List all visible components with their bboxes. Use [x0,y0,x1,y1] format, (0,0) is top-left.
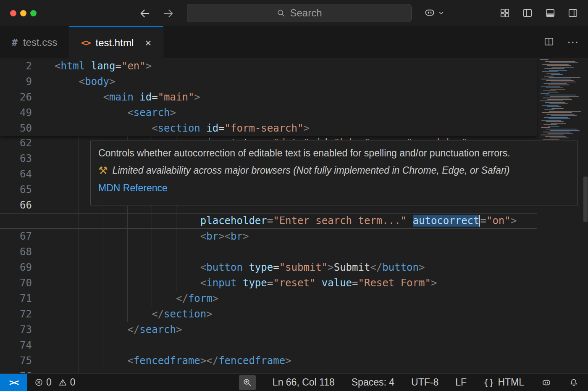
warning-icon [58,378,67,387]
zoom-button[interactable] [239,375,256,390]
code-line[interactable]: 70 <input type="reset" value="Reset Form… [0,275,537,291]
tab-test-html[interactable]: <> test.html × [69,26,163,58]
line-number: 69 [0,260,42,275]
back-arrow-icon [139,8,151,19]
line-number: 49 [0,105,42,121]
minimize-window-button[interactable] [20,10,26,16]
hover-tooltip: Controls whether autocorrection of edita… [90,140,578,206]
eol-button[interactable]: LF [455,377,467,388]
copilot-menu-button[interactable] [423,6,445,19]
encoding-button[interactable]: UTF-8 [411,377,438,388]
code-line[interactable]: 9 <body> [0,74,537,90]
go-back-button[interactable] [139,7,151,20]
close-tab-button[interactable]: × [145,37,151,48]
tab-bar: # test.css <> test.html × ⋯ [0,26,588,58]
line-number: 63 [0,151,42,166]
code-line[interactable]: 71 </form> [0,291,537,306]
status-bar: >< 0 0 Ln 66, Col 118 Spaces: 4 UTF-8 LF… [0,373,588,391]
line-number: 50 [0,121,42,136]
code-line[interactable]: 49 <search> [0,105,537,121]
zoom-icon [242,378,252,387]
code-line[interactable]: placeholder="Enter search term..." autoc… [0,213,537,229]
split-editor-button[interactable] [543,36,554,49]
code-text [42,338,537,353]
warning-count: 0 [70,377,76,388]
copilot-status-icon [541,377,552,388]
copilot-status-button[interactable] [541,377,552,388]
tab-label: test.css [23,37,57,48]
mdn-reference-link[interactable]: MDN Reference [98,182,168,193]
tab-test-css[interactable]: # test.css [0,26,69,58]
maximize-window-button[interactable] [30,10,37,16]
code-text [42,244,537,260]
code-text: <section id="form-search"> [42,121,537,136]
error-count: 0 [46,377,52,388]
editor[interactable]: 62 <input type="date" id="bday" name="us… [0,58,588,373]
scrollbar-thumb[interactable] [583,177,588,222]
line-number: 75 [0,353,42,369]
language-mode-button[interactable]: {} HTML [483,377,524,388]
cursor-position: Ln 66, Col 118 [273,377,335,388]
code-line[interactable]: 74 [0,338,537,353]
line-number: 2 [0,58,42,74]
line-number: 62 [0,135,42,151]
tab-label: test.html [96,37,134,49]
line-number: 64 [0,166,42,182]
go-forward-button[interactable] [162,7,175,20]
css-file-icon: # [12,37,18,48]
sidebar-left-icon [522,8,533,18]
line-number: 65 [0,182,42,198]
code-text: <main id="main"> [42,90,537,105]
remote-indicator-button[interactable]: >< [0,374,27,391]
search-placeholder: Search [290,7,322,19]
notifications-button[interactable] [569,378,579,388]
indentation: Spaces: 4 [352,377,394,388]
code-line[interactable]: 75 <fencedframe></fencedframe> [0,353,537,369]
code-line[interactable]: 69 <button type="submit">Submit</button> [0,260,537,275]
cursor-position-button[interactable]: Ln 66, Col 118 [273,377,335,388]
code-line[interactable]: 2<html lang="en"> [0,58,537,74]
minimap[interactable] [540,59,582,148]
code-line[interactable]: 26 <main id="main"> [0,90,537,105]
code-line[interactable]: 72 </section> [0,306,537,322]
toggle-panel-button[interactable] [544,7,556,19]
encoding: UTF-8 [411,377,438,388]
code-line[interactable]: 73 </search> [0,322,537,338]
code-text [42,369,537,373]
line-number: 72 [0,306,42,322]
line-number: 67 [0,229,42,244]
indentation-button[interactable]: Spaces: 4 [352,377,394,388]
search-input[interactable]: Search [187,4,412,22]
hover-availability-text: Limited availability across major browse… [112,164,509,177]
problems-button[interactable]: 0 0 [34,377,76,388]
html-file-icon: <> [81,38,90,48]
line-number [0,214,42,228]
close-window-button[interactable] [10,10,16,16]
code-line[interactable]: 76 [0,369,537,373]
code-line[interactable]: 67 <br><br> [0,229,537,244]
line-number: 68 [0,244,42,260]
code-text: </search> [42,322,537,338]
error-icon [34,378,43,387]
toggle-primary-sidebar-button[interactable] [522,7,533,19]
language-mode: HTML [498,377,524,388]
code-text: <fencedframe></fencedframe> [42,353,537,369]
line-number: 71 [0,291,42,306]
line-number: 66 [0,198,42,213]
code-text: <search> [42,105,537,121]
code-text: <button type="submit">Submit</button> [42,260,537,275]
editor-more-actions-button[interactable]: ⋯ [567,35,579,49]
search-icon [276,8,286,18]
forward-arrow-icon [163,8,174,19]
toggle-secondary-sidebar-button[interactable] [567,7,579,19]
sticky-scroll[interactable]: 2<html lang="en">9 <body>26 <main id="ma… [0,58,537,136]
line-number: 9 [0,74,42,90]
code-line[interactable]: 68 [0,244,537,260]
hover-description: Controls whether autocorrection of edita… [98,147,570,159]
code-line[interactable]: 50 <section id="form-search"> [0,121,537,136]
window-controls [10,10,37,16]
code-text: <body> [42,74,537,90]
ellipsis-icon: ⋯ [567,36,579,49]
customize-layout-button[interactable] [499,7,511,19]
code-text: <input type="reset" value="Reset Form"> [42,275,537,291]
